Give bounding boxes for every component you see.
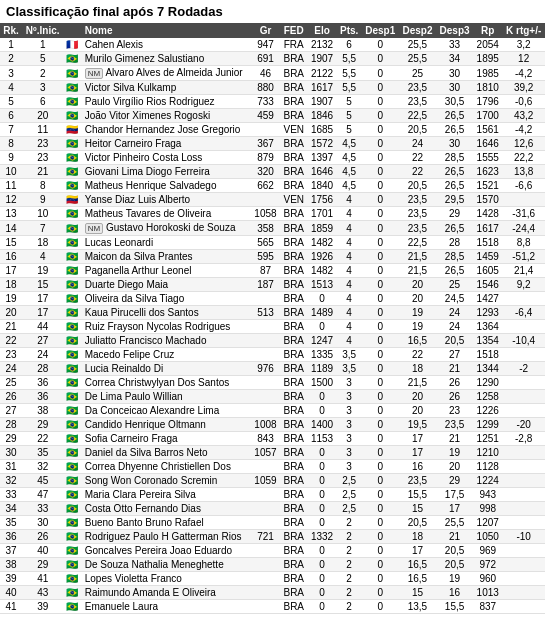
cell-gr [251,404,280,418]
cell-gr [251,390,280,404]
col-rp: Rp [473,23,502,38]
cell-desp1: 0 [362,530,399,544]
cell-flag: 🇧🇷 [63,446,82,460]
cell-fed: BRA [280,236,307,250]
cell-inic: 8 [22,179,63,193]
cell-desp3: 21 [436,362,473,376]
cell-desp1: 0 [362,572,399,586]
cell-rk: 18 [0,278,22,292]
cell-fed: BRA [280,109,307,123]
cell-desp2: 19 [399,320,436,334]
cell-desp3: 26,5 [436,165,473,179]
cell-gr: 880 [251,81,280,95]
cell-k: -10,4 [502,334,545,348]
cell-gr: 691 [251,52,280,66]
cell-elo: 1685 [307,123,336,137]
cell-fed: BRA [280,179,307,193]
cell-rk: 31 [0,460,22,474]
cell-fed: BRA [280,95,307,109]
cell-nome: Heitor Carneiro Fraga [82,137,251,151]
cell-desp2: 13,5 [399,600,436,614]
cell-rp: 1796 [473,95,502,109]
cell-desp2: 20 [399,278,436,292]
cell-desp1: 0 [362,390,399,404]
cell-rk: 29 [0,432,22,446]
col-inic: Nº.Inic. [22,23,63,38]
cell-elo: 1907 [307,52,336,66]
cell-pts: 4,5 [337,137,362,151]
cell-inic: 9 [22,193,63,207]
cell-elo: 1617 [307,81,336,95]
cell-k: 3,2 [502,38,545,52]
cell-inic: 47 [22,488,63,502]
cell-rp: 1810 [473,81,502,95]
cell-fed: VEN [280,123,307,137]
cell-rp: 1617 [473,221,502,236]
cell-rk: 1 [0,38,22,52]
cell-flag: 🇧🇷 [63,362,82,376]
cell-elo: 2122 [307,66,336,81]
cell-gr [251,292,280,306]
table-row: 32 45 🇧🇷 Song Won Coronado Scremin 1059 … [0,474,545,488]
cell-rp: 943 [473,488,502,502]
cell-desp1: 0 [362,123,399,137]
cell-desp1: 0 [362,95,399,109]
cell-fed: BRA [280,390,307,404]
cell-nome: Murilo Gimenez Salustiano [82,52,251,66]
cell-rp: 1518 [473,348,502,362]
cell-rp: 1623 [473,165,502,179]
cell-desp1: 0 [362,558,399,572]
cell-flag: 🇧🇷 [63,165,82,179]
cell-nome: Maicon da Silva Prantes [82,250,251,264]
cell-desp1: 0 [362,544,399,558]
cell-gr [251,376,280,390]
cell-gr: 46 [251,66,280,81]
cell-desp2: 25,5 [399,38,436,52]
table-row: 26 36 🇧🇷 De Lima Paulo Willian BRA 0 3 0… [0,390,545,404]
cell-desp3: 17,5 [436,488,473,502]
cell-inic: 43 [22,586,63,600]
cell-k [502,193,545,207]
cell-gr [251,586,280,600]
cell-fed: BRA [280,52,307,66]
cell-rp: 1050 [473,530,502,544]
cell-flag: 🇧🇷 [63,432,82,446]
cell-flag: 🇧🇷 [63,348,82,362]
cell-rp: 960 [473,572,502,586]
cell-rp: 1546 [473,278,502,292]
cell-fed: BRA [280,306,307,320]
cell-nome: NM Gustavo Horokoski de Souza [82,221,251,236]
cell-pts: 4 [337,320,362,334]
cell-desp1: 0 [362,236,399,250]
cell-desp2: 16,5 [399,334,436,348]
cell-rp: 1226 [473,404,502,418]
cell-fed: VEN [280,193,307,207]
cell-desp2: 23,5 [399,474,436,488]
table-row: 7 11 🇻🇪 Chandor Hernandez Jose Gregorio … [0,123,545,137]
cell-gr: 1059 [251,474,280,488]
cell-inic: 1 [22,38,63,52]
table-row: 6 20 🇧🇷 João Vitor Ximenes Rogoski 459 B… [0,109,545,123]
cell-nome: Lopes Violetta Franco [82,572,251,586]
cell-rp: 1521 [473,179,502,193]
cell-fed: BRA [280,348,307,362]
cell-rp: 1427 [473,292,502,306]
cell-desp2: 23,5 [399,207,436,221]
cell-pts: 4 [337,278,362,292]
cell-rp: 837 [473,600,502,614]
cell-fed: BRA [280,81,307,95]
cell-flag: 🇧🇷 [63,586,82,600]
cell-desp1: 0 [362,278,399,292]
cell-pts: 3,5 [337,362,362,376]
cell-desp1: 0 [362,320,399,334]
cell-inic: 2 [22,66,63,81]
cell-elo: 0 [307,390,336,404]
cell-elo: 0 [307,600,336,614]
cell-k: 12,6 [502,137,545,151]
cell-desp2: 19,5 [399,418,436,432]
cell-flag: 🇧🇷 [63,306,82,320]
cell-rp: 969 [473,544,502,558]
cell-fed: BRA [280,474,307,488]
cell-desp2: 21,5 [399,264,436,278]
cell-nome: Correa Christwylyan Dos Santos [82,376,251,390]
